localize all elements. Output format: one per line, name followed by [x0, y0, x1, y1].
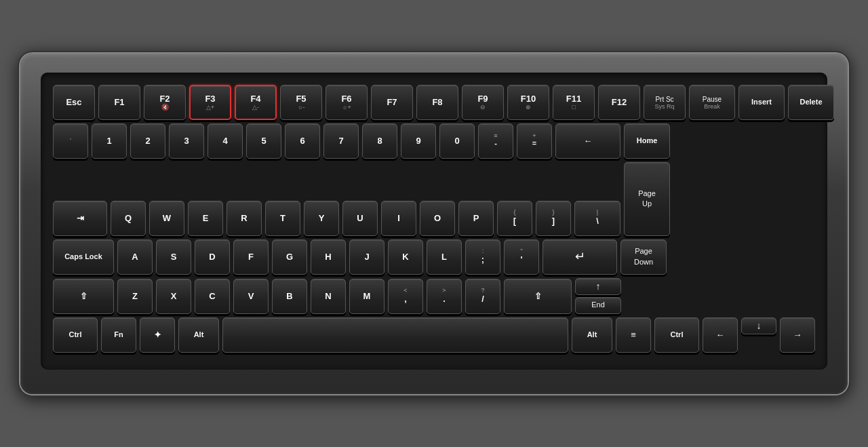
key-0[interactable]: 0	[439, 123, 475, 159]
key-insert[interactable]: Insert	[738, 85, 785, 120]
key-h[interactable]: H	[311, 239, 346, 275]
key-d[interactable]: D	[195, 239, 230, 275]
key-semicolon[interactable]: : ;	[465, 239, 500, 275]
key-m[interactable]: M	[349, 279, 384, 314]
key-slash[interactable]: ? /	[465, 279, 500, 314]
key-delete[interactable]: Delete	[788, 85, 834, 120]
key-capslock[interactable]: Caps Lock	[53, 239, 114, 275]
key-backslash[interactable]: | \	[574, 201, 620, 236]
tab-row: ⇥ Q W E R T Y U I O P { [ } ] | \	[53, 162, 815, 236]
key-comma[interactable]: < ,	[388, 279, 423, 314]
key-minus[interactable]: ≡ -	[478, 123, 513, 159]
key-f11[interactable]: F11 □	[553, 85, 595, 120]
key-x[interactable]: X	[156, 279, 191, 314]
key-up[interactable]: ↑	[575, 278, 621, 295]
key-backspace[interactable]: ←	[555, 123, 620, 159]
key-f8[interactable]: F8	[416, 85, 458, 120]
key-s[interactable]: S	[156, 239, 191, 275]
key-f2[interactable]: F2 🔇	[144, 85, 186, 120]
key-down[interactable]: ↓	[741, 317, 776, 334]
key-period[interactable]: > .	[427, 279, 462, 314]
key-c[interactable]: C	[195, 279, 230, 314]
up-down-cluster: ↓	[741, 317, 776, 353]
key-esc[interactable]: Esc	[53, 85, 95, 120]
key-lctrl[interactable]: Ctrl	[53, 317, 98, 353]
key-f[interactable]: F	[233, 239, 269, 275]
keyboard: Esc F1 F2 🔇 F3 △+ F4 △- F5 ☼- F6	[20, 54, 848, 394]
shift-row: ⇧ Z X C V B N M < , > . ? / ⇧	[53, 278, 815, 314]
key-pagedown[interactable]: PageDown	[620, 239, 667, 275]
key-pause[interactable]: Pause Break	[689, 85, 735, 120]
key-right[interactable]: →	[780, 317, 815, 353]
key-win[interactable]: ✦	[140, 317, 175, 353]
key-rshift[interactable]: ⇧	[504, 279, 572, 314]
key-f7[interactable]: F7	[371, 85, 413, 120]
key-9[interactable]: 9	[401, 123, 436, 159]
key-n[interactable]: N	[311, 279, 346, 314]
key-fn[interactable]: Fn	[101, 317, 136, 353]
key-ralt[interactable]: Alt	[572, 317, 612, 353]
key-lalt[interactable]: Alt	[178, 317, 219, 353]
key-left[interactable]: ←	[703, 317, 738, 353]
arrow-cluster: ← ↓ →	[703, 317, 815, 353]
key-grave[interactable]: '	[53, 123, 88, 159]
key-7[interactable]: 7	[323, 123, 359, 159]
key-1[interactable]: 1	[92, 123, 127, 159]
key-equals[interactable]: + =	[517, 123, 552, 159]
key-home[interactable]: Home	[624, 123, 670, 159]
key-p[interactable]: P	[458, 201, 494, 236]
key-t[interactable]: T	[265, 201, 300, 236]
key-lshift[interactable]: ⇧	[53, 279, 114, 314]
up-end-cluster: ↑ End	[575, 278, 621, 314]
key-f3[interactable]: F3 △+	[189, 85, 231, 120]
key-f5[interactable]: F5 ☼-	[280, 85, 322, 120]
key-f10[interactable]: F10 ⊕	[507, 85, 549, 120]
key-tab[interactable]: ⇥	[53, 201, 107, 236]
key-f6[interactable]: F6 ☼+	[326, 85, 368, 120]
key-f4[interactable]: F4 △-	[235, 85, 277, 120]
key-5[interactable]: 5	[246, 123, 281, 159]
key-u[interactable]: U	[342, 201, 378, 236]
key-e[interactable]: E	[188, 201, 223, 236]
key-space[interactable]	[222, 317, 568, 353]
key-lbracket[interactable]: { [	[497, 201, 532, 236]
key-rctrl[interactable]: Ctrl	[654, 317, 699, 353]
key-r[interactable]: R	[226, 201, 262, 236]
key-enter[interactable]: ↵	[542, 239, 617, 275]
keyboard-inner: Esc F1 F2 🔇 F3 △+ F4 △- F5 ☼- F6	[41, 73, 827, 370]
key-3[interactable]: 3	[169, 123, 204, 159]
fn-row: Esc F1 F2 🔇 F3 △+ F4 △- F5 ☼- F6	[53, 85, 815, 120]
key-w[interactable]: W	[149, 201, 184, 236]
number-row: ' 1 2 3 4 5 6 7 8 9 0 ≡ - + = ← Home	[53, 123, 815, 159]
key-z[interactable]: Z	[117, 279, 153, 314]
key-b[interactable]: B	[272, 279, 307, 314]
key-j[interactable]: J	[349, 239, 384, 275]
key-v[interactable]: V	[233, 279, 269, 314]
key-pageup[interactable]: PageUp	[624, 162, 670, 236]
key-q[interactable]: Q	[111, 201, 146, 236]
key-y[interactable]: Y	[304, 201, 339, 236]
key-i[interactable]: I	[381, 201, 416, 236]
key-l[interactable]: L	[427, 239, 462, 275]
key-prtsc[interactable]: Prt Sc Sys Rq	[644, 85, 686, 120]
key-8[interactable]: 8	[362, 123, 397, 159]
ctrl-row: Ctrl Fn ✦ Alt Alt ≡ Ctrl	[53, 317, 815, 353]
key-f9[interactable]: F9 ⊖	[462, 85, 504, 120]
key-2[interactable]: 2	[130, 123, 165, 159]
key-a[interactable]: A	[117, 239, 153, 275]
key-o[interactable]: O	[420, 201, 455, 236]
key-quote[interactable]: " '	[504, 239, 539, 275]
key-rbracket[interactable]: } ]	[536, 201, 571, 236]
key-end[interactable]: End	[575, 297, 621, 314]
caps-row: Caps Lock A S D F G H J K L : ; " ' ↵	[53, 239, 815, 275]
key-f1[interactable]: F1	[98, 85, 140, 120]
key-6[interactable]: 6	[285, 123, 320, 159]
key-menu[interactable]: ≡	[616, 317, 651, 353]
key-g[interactable]: G	[272, 239, 307, 275]
key-k[interactable]: K	[388, 239, 423, 275]
key-f12[interactable]: F12	[598, 85, 640, 120]
key-4[interactable]: 4	[208, 123, 243, 159]
